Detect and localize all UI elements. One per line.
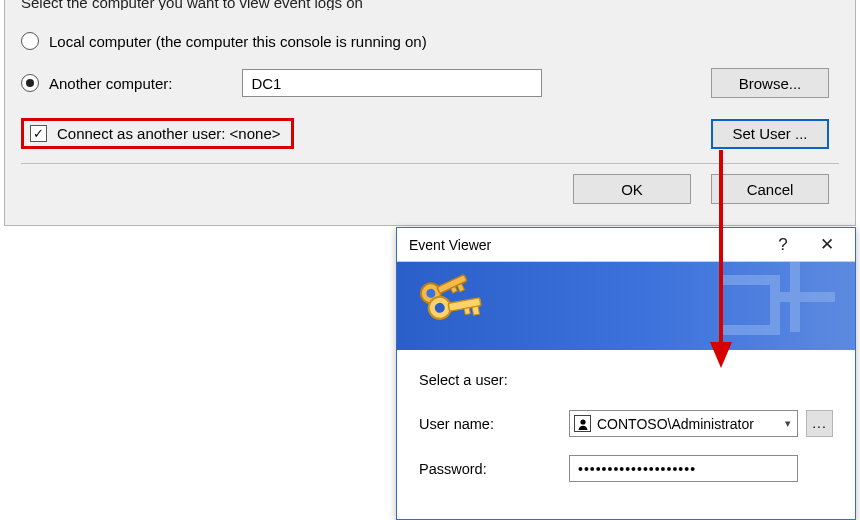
password-input[interactable] — [569, 455, 798, 482]
local-computer-option[interactable]: Local computer (the computer this consol… — [21, 32, 839, 50]
connect-as-checkbox[interactable]: ✓ — [30, 125, 47, 142]
radio-unchecked-icon[interactable] — [21, 32, 39, 50]
user-avatar-icon — [574, 415, 591, 432]
username-label: User name: — [419, 416, 569, 432]
credential-body: Select a user: User name: CONTOSO\Admini… — [397, 350, 855, 482]
select-computer-dialog: Select the computer you want to view eve… — [4, 0, 856, 226]
cancel-button[interactable]: Cancel — [711, 174, 829, 204]
dialog-heading-text: Select the computer you want to view eve… — [21, 0, 363, 10]
set-user-button[interactable]: Set User ... — [711, 119, 829, 149]
svg-rect-9 — [464, 308, 470, 315]
titlebar: Event Viewer ? ✕ — [397, 228, 855, 262]
username-value: CONTOSO\Administrator — [597, 416, 779, 432]
banner-decoration-icon — [685, 262, 855, 350]
connect-as-row: ✓ Connect as another user: <none> Set Us… — [21, 118, 839, 149]
window-title: Event Viewer — [409, 237, 491, 253]
event-viewer-credential-dialog: Event Viewer ? ✕ — [396, 227, 856, 520]
password-row: Password: — [419, 455, 833, 482]
close-icon[interactable]: ✕ — [805, 232, 849, 258]
radio-checked-icon[interactable] — [21, 74, 39, 92]
connect-as-label: Connect as another user: <none> — [57, 125, 281, 142]
username-row: User name: CONTOSO\Administrator ▾ ... — [419, 410, 833, 437]
credential-banner — [397, 262, 855, 350]
computer-name-input[interactable] — [242, 69, 542, 97]
dialog-heading: Select the computer you want to view eve… — [21, 0, 839, 10]
svg-point-10 — [580, 419, 585, 424]
keys-icon — [415, 270, 487, 342]
remote-computer-label: Another computer: — [49, 75, 172, 92]
svg-rect-3 — [457, 283, 464, 291]
divider — [21, 163, 839, 164]
username-combo[interactable]: CONTOSO\Administrator ▾ — [569, 410, 798, 437]
connect-as-highlight: ✓ Connect as another user: <none> — [21, 118, 294, 149]
select-user-prompt: Select a user: — [419, 372, 833, 388]
password-label: Password: — [419, 461, 569, 477]
ok-button[interactable]: OK — [573, 174, 691, 204]
svg-rect-8 — [472, 306, 479, 315]
browse-button[interactable]: Browse... — [711, 68, 829, 98]
user-lookup-button[interactable]: ... — [806, 410, 833, 437]
chevron-down-icon[interactable]: ▾ — [779, 417, 797, 430]
remote-computer-option-row: Another computer: Browse... — [21, 68, 839, 98]
local-computer-label: Local computer (the computer this consol… — [49, 33, 427, 50]
dialog-button-row: OK Cancel — [21, 174, 829, 204]
help-icon[interactable]: ? — [761, 232, 805, 258]
